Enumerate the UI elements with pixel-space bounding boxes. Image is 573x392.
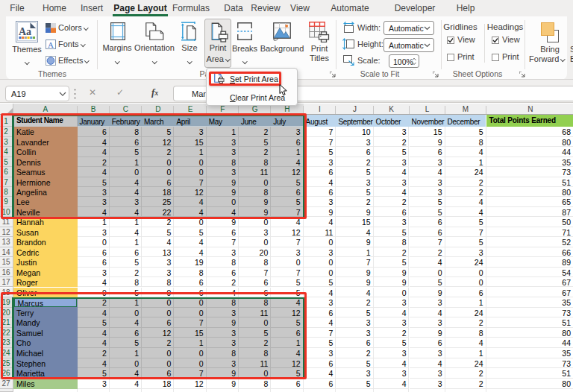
svg-text:A: A: [48, 40, 54, 49]
svg-text:Aa: Aa: [19, 26, 31, 37]
